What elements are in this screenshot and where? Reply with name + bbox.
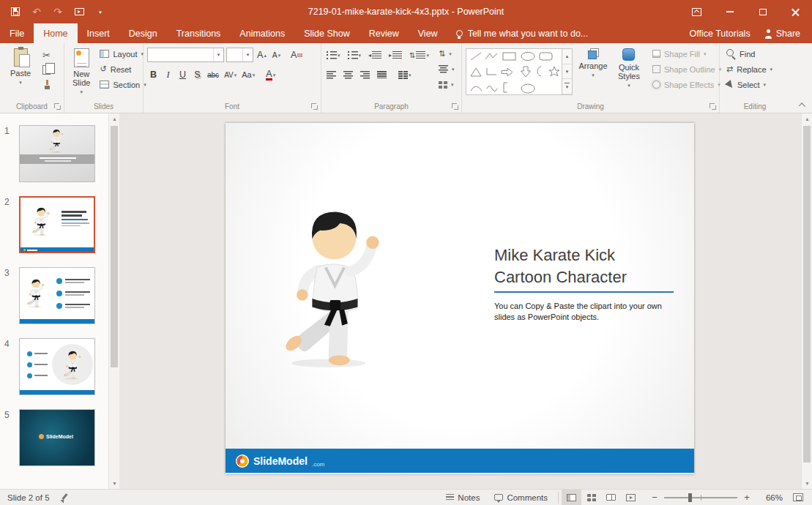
shrink-font-button[interactable]: A▾: [270, 48, 283, 62]
arrange-button[interactable]: Arrange ▾: [575, 46, 611, 100]
font-dialog-launcher[interactable]: [311, 103, 318, 110]
format-painter-button[interactable]: [40, 78, 55, 90]
bullets-button[interactable]: ▾: [325, 48, 342, 62]
thumbnail-scrollbar[interactable]: ▲ ▼: [108, 113, 119, 489]
ink-pen-icon[interactable]: [60, 493, 69, 502]
align-right-button[interactable]: [359, 67, 371, 82]
tab-transitions[interactable]: Transitions: [167, 23, 231, 43]
strikethrough-button[interactable]: abc: [206, 67, 220, 82]
slide-editor[interactable]: Mike Karate Kick Cartoon Character You c…: [226, 123, 694, 474]
convert-to-smartart-button[interactable]: ▾: [436, 77, 458, 92]
tab-design[interactable]: Design: [119, 23, 167, 43]
section-button[interactable]: Section▾: [97, 77, 149, 92]
decrease-indent-button[interactable]: ◂: [367, 48, 383, 62]
ribbon-display-options-button[interactable]: [680, 0, 713, 23]
comments-button[interactable]: Comments: [487, 490, 555, 505]
office-tutorials-link[interactable]: Office Tutorials: [690, 29, 750, 39]
gallery-more-button[interactable]: ▾: [562, 79, 572, 94]
shape-fill-button[interactable]: Shape Fill▾: [649, 46, 724, 61]
slide-body-text[interactable]: You can Copy & Paste the clipart into yo…: [494, 301, 679, 323]
slide-thumbnail-5[interactable]: SlideModel: [19, 409, 95, 466]
notes-button[interactable]: Notes: [439, 490, 487, 505]
slide-thumbnail-3[interactable]: [19, 267, 95, 324]
gallery-scroll-down-button[interactable]: ▾: [562, 64, 572, 80]
maximize-button[interactable]: [746, 0, 779, 23]
paste-button[interactable]: Paste ▾: [4, 46, 37, 100]
scroll-up-arrow[interactable]: ▲: [109, 113, 120, 124]
text-shadow-button[interactable]: S: [191, 67, 204, 82]
shape-effects-button[interactable]: Shape Effects▾: [649, 77, 724, 92]
justify-button[interactable]: [376, 67, 388, 82]
quick-styles-button[interactable]: Quick Styles ▾: [614, 46, 644, 100]
new-slide-button[interactable]: New Slide ▾: [68, 46, 94, 100]
layout-button[interactable]: Layout▾: [97, 46, 149, 61]
undo-button[interactable]: ↶: [27, 2, 46, 21]
character-spacing-button[interactable]: AV▾: [223, 67, 238, 82]
gallery-scroll-up-button[interactable]: ▴: [562, 49, 572, 64]
slide-title[interactable]: Mike Karate Kick Cartoon Character: [494, 244, 627, 288]
reset-button[interactable]: ↺Reset: [97, 61, 149, 77]
karate-character-image[interactable]: [273, 202, 394, 369]
close-button[interactable]: [779, 0, 812, 23]
clear-formatting-button[interactable]: A: [289, 48, 304, 62]
numbering-button[interactable]: ▾: [346, 48, 363, 62]
share-button[interactable]: Share: [765, 29, 800, 39]
tab-slide-show[interactable]: Slide Show: [294, 23, 360, 43]
redo-button[interactable]: ↷: [48, 2, 67, 21]
tab-view[interactable]: View: [409, 23, 447, 43]
start-slideshow-button[interactable]: [70, 2, 89, 21]
shape-gallery[interactable]: [466, 48, 562, 95]
italic-button[interactable]: I: [162, 67, 174, 82]
bold-button[interactable]: B: [147, 67, 160, 82]
save-button[interactable]: [6, 2, 25, 21]
font-size-combo[interactable]: ▾: [226, 48, 253, 62]
select-button[interactable]: Select▾: [723, 77, 775, 92]
line-spacing-button[interactable]: ⇅▾: [408, 48, 431, 62]
fit-slide-to-window-button[interactable]: [789, 490, 808, 505]
slide-thumbnail-2-selected[interactable]: [19, 196, 95, 253]
cut-button[interactable]: ✂: [40, 49, 55, 61]
text-direction-button[interactable]: ⇅▾: [436, 46, 458, 61]
drawing-dialog-launcher[interactable]: [709, 103, 716, 110]
clipboard-dialog-launcher[interactable]: [54, 103, 61, 110]
columns-button[interactable]: ▾: [397, 67, 413, 82]
zoom-in-button[interactable]: +: [740, 490, 753, 505]
tab-insert[interactable]: Insert: [78, 23, 119, 43]
find-button[interactable]: Find: [723, 46, 775, 61]
zoom-percentage[interactable]: 66%: [756, 493, 783, 502]
scrollbar-thumb[interactable]: [111, 126, 118, 367]
slide-sorter-view-button[interactable]: [581, 490, 601, 505]
tab-animations[interactable]: Animations: [230, 23, 294, 43]
scroll-down-arrow[interactable]: ▼: [109, 478, 120, 489]
canvas-scrollbar[interactable]: ▲ ▼: [801, 113, 812, 489]
zoom-out-button[interactable]: −: [648, 490, 661, 505]
zoom-slider[interactable]: [664, 497, 737, 498]
slideshow-view-button[interactable]: [621, 490, 641, 505]
reading-view-button[interactable]: [601, 490, 621, 505]
scroll-up-arrow[interactable]: ▲: [802, 113, 812, 124]
scroll-down-arrow[interactable]: ▼: [802, 478, 812, 489]
font-color-button[interactable]: A▾: [264, 67, 277, 82]
paragraph-dialog-launcher[interactable]: [452, 103, 458, 110]
slide-thumbnail-1[interactable]: [19, 125, 95, 182]
collapse-ribbon-button[interactable]: [794, 100, 808, 110]
tab-file[interactable]: File: [0, 23, 34, 43]
align-text-button[interactable]: ▾: [436, 61, 458, 77]
tab-review[interactable]: Review: [360, 23, 409, 43]
normal-view-button[interactable]: [562, 490, 581, 505]
zoom-slider-thumb[interactable]: [688, 493, 692, 502]
underline-button[interactable]: U: [176, 67, 189, 82]
slide-thumbnail-4[interactable]: [19, 338, 95, 395]
change-case-button[interactable]: Aa▾: [240, 67, 256, 82]
copy-button[interactable]: [40, 64, 55, 75]
scrollbar-thumb[interactable]: [803, 126, 811, 463]
grow-font-button[interactable]: A▴: [256, 48, 268, 62]
increase-indent-button[interactable]: ▸: [387, 48, 403, 62]
minimize-button[interactable]: [713, 0, 746, 23]
align-center-button[interactable]: [342, 67, 354, 82]
font-name-combo[interactable]: ▾: [147, 48, 224, 62]
shape-outline-button[interactable]: Shape Outline▾: [649, 61, 724, 77]
customize-qat-button[interactable]: ▾: [91, 2, 110, 21]
tab-home[interactable]: Home: [34, 23, 77, 43]
align-left-button[interactable]: [325, 67, 338, 82]
